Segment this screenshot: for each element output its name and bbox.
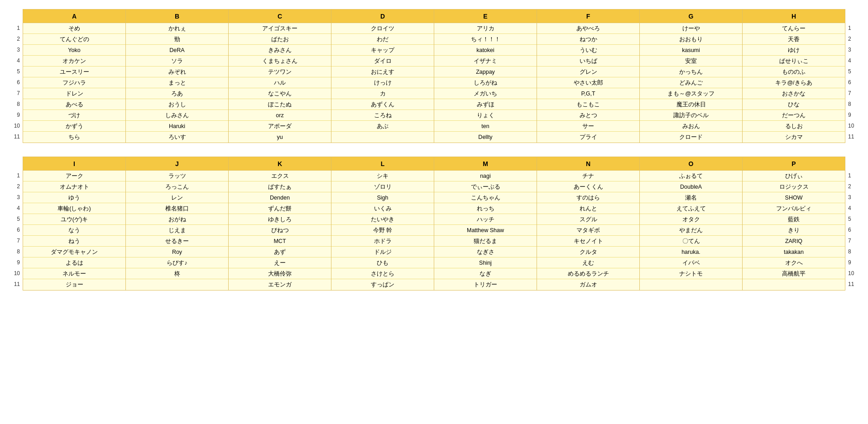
row-number: 9 (9, 110, 20, 120)
row-numbers-left: 1234567891011 (9, 157, 23, 290)
cell: Zappay (434, 67, 537, 77)
cell: アイゴスキー (229, 23, 331, 34)
cell: すのはら (537, 192, 639, 203)
column-J: Jラッツろっこんレン椎名猪口おがねじえませるきーRoyらびす♪柊 (126, 157, 229, 291)
row-number-right: 7 (848, 235, 859, 246)
cell: オムナオト (23, 181, 125, 192)
column-body: アリカちィ！！！katokeiイザナミZappayしろがねメガいちみずほりょくt… (434, 23, 537, 143)
column-body: チナあーくくんすのはられんとスグルマタギボキセノイトクルタえむめるめるランチガム… (537, 171, 639, 290)
cell: ねつか (537, 34, 639, 45)
column-body: アイゴスキーばたおきみさんくまちょさんテツワンハルなこやんぽこたぬorzアポーダ… (229, 23, 331, 143)
cell: あず (229, 247, 331, 257)
cell: トリガー (434, 279, 537, 290)
cell: 高橋航平 (743, 268, 845, 279)
cell: ガムオ (537, 279, 639, 290)
cell: ひも (331, 257, 434, 268)
row-number: 10 (9, 268, 20, 279)
cell: 魔王の休日 (640, 99, 742, 110)
column-N: Nチナあーくくんすのはられんとスグルマタギボキセノイトクルタえむめるめるランチガ… (537, 157, 640, 291)
column-header: K (229, 157, 331, 171)
column-body: ひげぃロジックスSHOWフンバルビィ藍鉄きりZARIQtakakanオクへ高橋航… (743, 171, 845, 290)
row-number-right: 9 (848, 110, 859, 120)
cell: シカマ (743, 132, 845, 143)
cell: 椎名猪口 (126, 203, 228, 214)
cell: やまだん (640, 225, 742, 236)
cell: やさい太郎 (537, 77, 639, 88)
row-number: 5 (9, 214, 20, 224)
cell: ダマグモキャノン (23, 247, 125, 257)
cell: ジョー (23, 279, 125, 290)
cell (743, 279, 845, 290)
column-I: Iアークオムナオトゆう車輪(しゃわ)ユウ(ゲ)キなうねうダマグモキャノンよるはネ… (23, 157, 126, 291)
column-body: エクスぱすたぁDendenずんだ餅ゆきしろびねつMCTあずえー大橋伶弥エモンガ (229, 171, 331, 290)
row-number-right: 5 (848, 66, 859, 77)
row-number: 11 (9, 279, 20, 290)
columns-area: Iアークオムナオトゆう車輪(しゃわ)ユウ(ゲ)キなうねうダマグモキャノンよるはネ… (23, 157, 845, 291)
cell: てんらー (743, 23, 845, 34)
cell: P,G,T (537, 88, 639, 99)
cell: ころね (331, 110, 434, 121)
cell: さけとら (331, 268, 434, 279)
cell: Shinj (434, 257, 537, 268)
cell: きみさん (229, 45, 331, 56)
cell (126, 279, 228, 290)
column-K: KエクスぱすたぁDendenずんだ餅ゆきしろびねつMCTあずえー大橋伶弥エモンガ (229, 157, 331, 291)
cell: みぞれ (126, 67, 228, 77)
column-header: M (434, 157, 537, 171)
cell: おさかな (743, 88, 845, 99)
row-numbers-left: 1234567891011 (9, 9, 23, 142)
row-number-right: 5 (848, 214, 859, 224)
row-number: 10 (9, 120, 20, 131)
group-top: 1234567891011AそめてんぐどのYokoオカケンユースリーフジハラドレ… (9, 9, 859, 143)
cell: ソラ (126, 56, 228, 67)
cell: でぃーぶる (434, 181, 537, 192)
cell: れっち (434, 203, 537, 214)
cell: あずくん (331, 99, 434, 110)
cell: チナ (537, 171, 639, 181)
cell: ひな (743, 99, 845, 110)
cell: ラッツ (126, 171, 228, 181)
column-header: I (23, 157, 125, 171)
cell: フンバルビィ (743, 203, 845, 214)
column-G: Gけーやおおもりkasumi安室かっちんどみんごまも～@スタッフ魔王の休日諏訪子… (640, 9, 743, 143)
column-header: D (331, 10, 434, 23)
cell: 藍鉄 (743, 214, 845, 225)
cell: クルタ (537, 247, 639, 257)
cell: ハル (229, 77, 331, 88)
cell: ユウ(ゲ)キ (23, 214, 125, 225)
cell: こんちゃん (434, 192, 537, 203)
row-numbers-right: 1234567891011 (845, 157, 859, 290)
cell: レン (126, 192, 228, 203)
cell: かれぇ (126, 23, 228, 34)
cell: あぶ (331, 121, 434, 132)
row-number: 2 (9, 181, 20, 192)
cell: もののふ (743, 67, 845, 77)
column-header: N (537, 157, 639, 171)
column-header: C (229, 10, 331, 23)
cell: ろっこん (126, 181, 228, 192)
main-grid: 1234567891011AそめてんぐどのYokoオカケンユースリーフジハラドレ… (9, 9, 859, 291)
cell: Denden (229, 192, 331, 203)
cell: えてふえて (640, 203, 742, 214)
cell: しろがね (434, 77, 537, 88)
cell: エモンガ (229, 279, 331, 290)
row-number-right: 10 (848, 120, 859, 131)
row-number-right: 2 (848, 33, 859, 44)
cell: 車輪(しゃわ) (23, 203, 125, 214)
cell: かっちん (640, 67, 742, 77)
cell: オタク (640, 214, 742, 225)
cell: シキ (331, 171, 434, 181)
cell: イパベ (640, 257, 742, 268)
cell: フジハラ (23, 77, 125, 88)
cell: みおん (640, 121, 742, 132)
cell: ユースリー (23, 67, 125, 77)
cell: 諏訪子のベル (640, 110, 742, 121)
cell: ういむ (537, 45, 639, 56)
row-number: 1 (9, 23, 20, 33)
row-numbers-right: 1234567891011 (845, 9, 859, 142)
row-number-right: 4 (848, 203, 859, 214)
column-P: PひげぃロジックスSHOWフンバルビィ藍鉄きりZARIQtakakanオクへ高橋… (743, 157, 845, 291)
cell: そめ (23, 23, 125, 34)
row-number-right: 6 (848, 77, 859, 88)
row-number-right: 9 (848, 257, 859, 268)
